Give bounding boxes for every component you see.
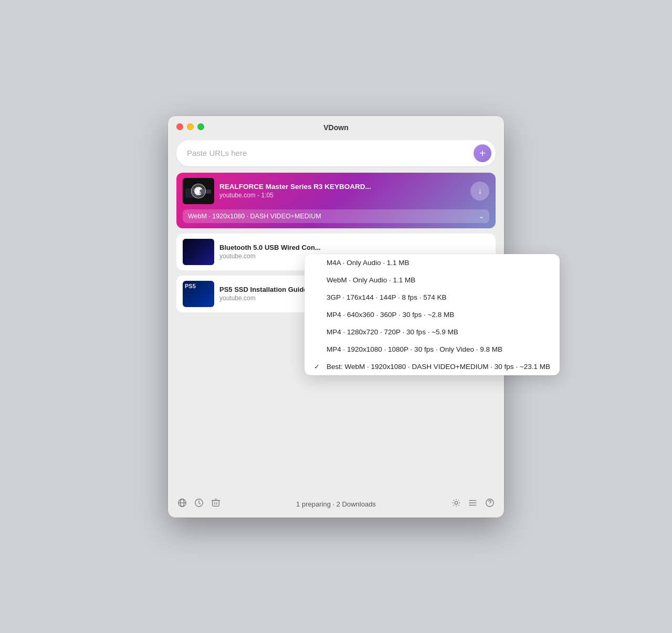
- download-info-1: REALFORCE Master Series R3 KEYBOARD... y…: [219, 183, 465, 199]
- settings-icon[interactable]: [452, 498, 461, 510]
- format-chevron-icon: ⌄: [479, 213, 484, 220]
- queue-icon[interactable]: [468, 498, 478, 510]
- thumbnail-2: [183, 239, 214, 265]
- bottom-toolbar: 1 preparing · 2 Downloads: [168, 491, 504, 518]
- history-icon[interactable]: [194, 498, 204, 510]
- maximize-button[interactable]: [197, 123, 204, 130]
- svg-point-17: [490, 505, 490, 505]
- format-option-7-selected[interactable]: ✓ Best: WebM · 1920x1080 · DASH VIDEO+ME…: [304, 358, 560, 375]
- close-button[interactable]: [176, 123, 183, 130]
- cancel-overlay-1: ✕: [183, 178, 214, 204]
- titlebar: VDown: [168, 116, 504, 137]
- format-dropdown: M4A · Only Audio · 1.1 MB WebM · Only Au…: [304, 254, 560, 375]
- help-icon[interactable]: [485, 498, 495, 510]
- thumbnail-1: ✕: [183, 178, 214, 204]
- download-title-2: Bluetooth 5.0 USB Wired Con...: [219, 244, 489, 251]
- search-area: Paste URLs here +: [168, 137, 504, 173]
- download-meta-1: youtube.com - 1:05: [219, 192, 465, 199]
- download-title-1: REALFORCE Master Series R3 KEYBOARD...: [219, 183, 465, 191]
- url-input-bar[interactable]: Paste URLs here +: [176, 140, 496, 166]
- add-url-button[interactable]: +: [474, 144, 491, 162]
- svg-point-14: [469, 502, 470, 503]
- minimize-button[interactable]: [187, 123, 194, 130]
- check-selected-icon: ✓: [314, 363, 322, 371]
- app-window: VDown Paste URLs here + ✕: [168, 116, 504, 518]
- toolbar-status: 1 preparing · 2 Downloads: [220, 500, 452, 508]
- window-title: VDown: [323, 123, 348, 132]
- cancel-x-icon: ✕: [195, 187, 202, 195]
- url-placeholder: Paste URLs here: [187, 149, 474, 157]
- thumbnail-3: [183, 281, 214, 307]
- toolbar-right: [452, 498, 495, 510]
- format-option-6[interactable]: MP4 · 1920x1080 · 1080P · 30 fps · Only …: [304, 341, 560, 358]
- download-item-1: ✕ REALFORCE Master Series R3 KEYBOARD...…: [176, 173, 496, 228]
- download-item-inner-1: ✕ REALFORCE Master Series R3 KEYBOARD...…: [176, 173, 496, 209]
- format-option-5[interactable]: MP4 · 1280x720 · 720P · 30 fps · ~5.9 MB: [304, 323, 560, 341]
- svg-point-9: [455, 501, 457, 504]
- plus-icon: +: [479, 148, 486, 159]
- traffic-lights: [176, 123, 204, 130]
- clear-icon[interactable]: [211, 498, 220, 510]
- svg-rect-4: [213, 500, 219, 506]
- status-text: 1 preparing · 2 Downloads: [296, 500, 376, 508]
- format-text-1: WebM · 1920x1080 · DASH VIDEO+MEDIUM: [188, 213, 321, 220]
- format-option-4[interactable]: MP4 · 640x360 · 360P · 30 fps · ~2.8 MB: [304, 306, 560, 323]
- browse-icon[interactable]: [177, 498, 187, 510]
- svg-point-13: [469, 500, 470, 501]
- toolbar-left: [177, 498, 220, 510]
- cancel-button-1[interactable]: ✕: [191, 184, 206, 198]
- downloads-list: ✕ REALFORCE Master Series R3 KEYBOARD...…: [168, 173, 504, 312]
- format-selector-1[interactable]: WebM · 1920x1080 · DASH VIDEO+MEDIUM ⌄: [183, 209, 489, 223]
- format-option-2[interactable]: WebM · Only Audio · 1.1 MB: [304, 271, 560, 289]
- download-action-1[interactable]: ↓: [470, 182, 489, 201]
- format-option-3[interactable]: 3GP · 176x144 · 144P · 8 fps · 574 KB: [304, 289, 560, 306]
- download-arrow-icon: ↓: [478, 186, 482, 196]
- format-option-1[interactable]: M4A · Only Audio · 1.1 MB: [304, 254, 560, 271]
- svg-point-15: [469, 504, 470, 505]
